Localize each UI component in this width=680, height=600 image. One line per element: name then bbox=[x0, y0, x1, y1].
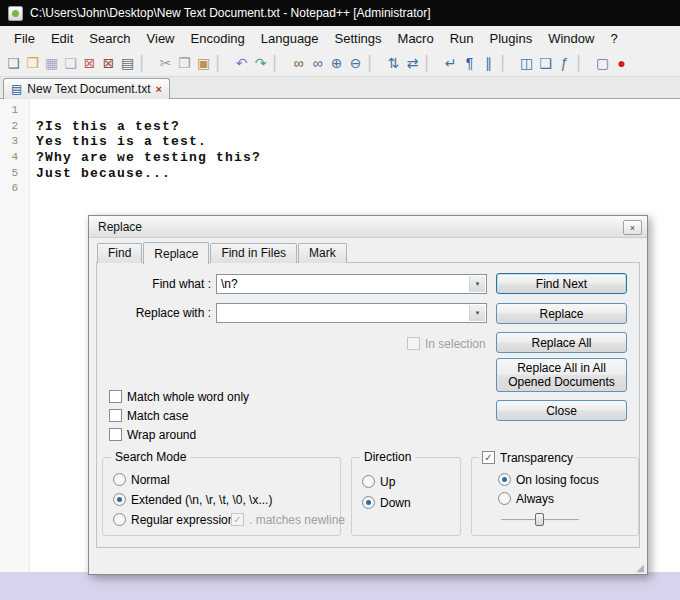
search-mode-extended-radio[interactable]: Extended (\n, \r, \t, \0, \x...) bbox=[113, 492, 272, 507]
save-icon[interactable]: ▦ bbox=[42, 53, 61, 73]
function-list-icon[interactable]: ƒ bbox=[555, 53, 574, 73]
tab-new-text-document[interactable]: ▤ New Text Document.txt × bbox=[3, 78, 170, 99]
menu-macro[interactable]: Macro bbox=[390, 28, 442, 49]
find-what-label: Find what : bbox=[99, 277, 211, 292]
direction-up-radio[interactable]: Up bbox=[362, 474, 395, 489]
find-what-combobox[interactable]: \n? ▼ bbox=[216, 274, 487, 294]
menu-search[interactable]: Search bbox=[81, 28, 138, 49]
sync-horizontal-scroll-icon[interactable]: ⇄ bbox=[403, 53, 422, 73]
find-next-button[interactable]: Find Next bbox=[496, 273, 627, 294]
toolbar-separator: ▏ bbox=[213, 53, 232, 73]
new-file-icon[interactable]: ❏ bbox=[4, 53, 23, 73]
dropdown-arrow-icon[interactable]: ▼ bbox=[469, 305, 485, 321]
match-whole-word-checkbox[interactable]: Match whole word only bbox=[109, 389, 249, 404]
indent-guide-icon[interactable]: ∥ bbox=[479, 53, 498, 73]
open-folder-icon[interactable]: ❒ bbox=[23, 53, 42, 73]
close-file-icon[interactable]: ⊠ bbox=[80, 53, 99, 73]
direction-down-radio[interactable]: Down bbox=[362, 495, 411, 510]
checkbox-box bbox=[109, 428, 122, 441]
redo-icon[interactable]: ↷ bbox=[251, 53, 270, 73]
replace-icon[interactable]: ∞ bbox=[308, 53, 327, 73]
search-mode-normal-radio[interactable]: Normal bbox=[113, 472, 170, 487]
menu-encoding[interactable]: Encoding bbox=[183, 28, 253, 49]
line-text bbox=[24, 181, 36, 197]
close-button[interactable]: Close bbox=[496, 400, 627, 421]
zoom-in-icon[interactable]: ⊕ bbox=[327, 53, 346, 73]
editor-line: 4 ?Why are we testing this? bbox=[0, 150, 680, 166]
doc-switcher-icon[interactable]: ❑ bbox=[536, 53, 555, 73]
document-icon: ▤ bbox=[11, 82, 22, 96]
find-icon[interactable]: ∞ bbox=[289, 53, 308, 73]
replace-with-combobox[interactable]: ▼ bbox=[216, 303, 487, 323]
word-wrap-icon[interactable]: ↵ bbox=[441, 53, 460, 73]
sync-vertical-scroll-icon[interactable]: ⇅ bbox=[384, 53, 403, 73]
tab-find-in-files[interactable]: Find in Files bbox=[210, 243, 297, 263]
replace-all-button[interactable]: Replace All bbox=[496, 332, 627, 353]
cut-icon[interactable]: ✂ bbox=[156, 53, 175, 73]
replace-button[interactable]: Replace bbox=[496, 303, 627, 324]
paste-icon[interactable]: ▣ bbox=[194, 53, 213, 73]
monitor-icon[interactable]: ▢ bbox=[593, 53, 612, 73]
print-icon[interactable]: ▤ bbox=[118, 53, 137, 73]
checkbox-box: ✓ bbox=[482, 451, 495, 464]
match-case-checkbox[interactable]: Match case bbox=[109, 408, 188, 423]
show-all-characters-icon[interactable]: ¶ bbox=[460, 53, 479, 73]
checkbox-label: Wrap around bbox=[127, 428, 196, 442]
tab-bar: ▤ New Text Document.txt × bbox=[0, 77, 680, 99]
replace-all-open-docs-button[interactable]: Replace All in All Opened Documents bbox=[496, 358, 627, 392]
dialog-title: Replace bbox=[98, 220, 142, 234]
line-text bbox=[24, 103, 36, 119]
checkbox-label: Match case bbox=[127, 409, 188, 423]
toolbar: ❏ ❒ ▦ ❑ ⊠ ⊠ ▤ ▏ ✂ ❐ ▣ ▏ ↶ ↷ ▏ ∞ bbox=[0, 50, 680, 77]
menu-edit[interactable]: Edit bbox=[43, 28, 81, 49]
menu-view[interactable]: View bbox=[139, 28, 183, 49]
radio-button bbox=[113, 473, 126, 486]
resize-grip-icon[interactable]: ◢ bbox=[636, 563, 644, 573]
dropdown-arrow-icon[interactable]: ▼ bbox=[469, 276, 485, 292]
undo-icon[interactable]: ↶ bbox=[232, 53, 251, 73]
menu-run[interactable]: Run bbox=[442, 28, 482, 49]
zoom-out-icon[interactable]: ⊖ bbox=[346, 53, 365, 73]
doc-map-icon[interactable]: ◫ bbox=[517, 53, 536, 73]
radio-label: Extended (\n, \r, \t, \0, \x...) bbox=[131, 493, 272, 507]
replace-with-label: Replace with : bbox=[99, 306, 211, 321]
tab-close-icon[interactable]: × bbox=[156, 83, 162, 95]
menu-file[interactable]: File bbox=[6, 28, 43, 49]
dialog-title-bar[interactable]: Replace bbox=[89, 216, 647, 238]
toolbar-separator: ▏ bbox=[137, 53, 156, 73]
wrap-around-checkbox[interactable]: Wrap around bbox=[109, 427, 196, 442]
save-all-icon[interactable]: ❑ bbox=[61, 53, 80, 73]
line-text: ?Is this a test? bbox=[24, 119, 180, 135]
transparency-checkbox[interactable]: ✓ Transparency bbox=[479, 450, 576, 465]
tab-replace[interactable]: Replace bbox=[143, 242, 209, 264]
line-number: 3 bbox=[0, 134, 24, 150]
close-all-icon[interactable]: ⊠ bbox=[99, 53, 118, 73]
tab-find[interactable]: Find bbox=[97, 243, 142, 263]
radio-button bbox=[362, 475, 375, 488]
radio-label: Always bbox=[516, 492, 554, 506]
title-bar[interactable]: C:\Users\John\Desktop\New Text Document.… bbox=[0, 0, 680, 26]
copy-icon[interactable]: ❐ bbox=[175, 53, 194, 73]
line-number: 5 bbox=[0, 166, 24, 182]
transparency-always-radio[interactable]: Always bbox=[498, 491, 554, 506]
dialog-close-button[interactable]: × bbox=[623, 220, 642, 235]
checkbox-label: Transparency bbox=[500, 451, 573, 465]
line-number: 2 bbox=[0, 119, 24, 135]
transparency-slider[interactable] bbox=[501, 513, 579, 527]
menu-help[interactable]: ? bbox=[602, 28, 625, 49]
macro-record-icon[interactable]: ● bbox=[612, 53, 631, 73]
menu-plugins[interactable]: Plugins bbox=[482, 28, 541, 49]
menu-bar: File Edit Search View Encoding Language … bbox=[0, 26, 680, 50]
direction-group-label: Direction bbox=[360, 450, 415, 464]
menu-settings[interactable]: Settings bbox=[327, 28, 390, 49]
slider-thumb[interactable] bbox=[535, 513, 544, 526]
radio-label: Normal bbox=[131, 473, 170, 487]
search-mode-regex-radio[interactable]: Regular expression bbox=[113, 512, 234, 527]
editor-line: 5 Just because... bbox=[0, 166, 680, 182]
menu-language[interactable]: Language bbox=[253, 28, 327, 49]
tab-mark[interactable]: Mark bbox=[298, 243, 347, 263]
editor-line: 1 bbox=[0, 103, 680, 119]
menu-window[interactable]: Window bbox=[540, 28, 602, 49]
toolbar-separator: ▏ bbox=[270, 53, 289, 73]
transparency-on-losing-focus-radio[interactable]: On losing focus bbox=[498, 472, 599, 487]
